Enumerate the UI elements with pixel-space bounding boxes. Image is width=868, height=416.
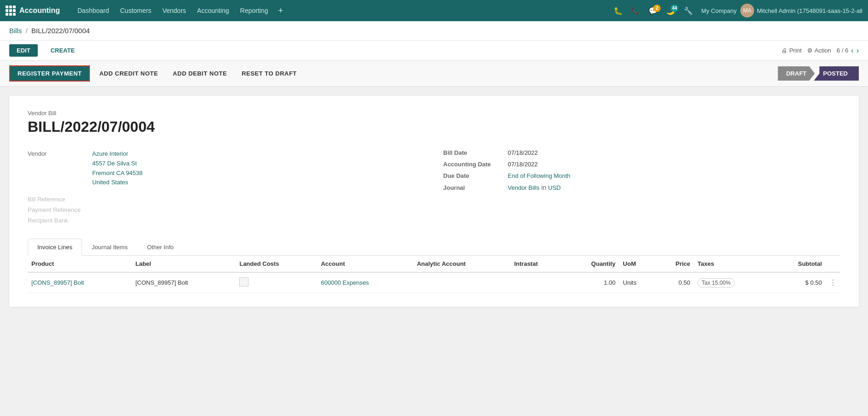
cell-price: 0.50: [655, 272, 694, 293]
pager-prev[interactable]: ‹: [851, 47, 853, 55]
table-row: [CONS_89957] Bolt [CONS_89957] Bolt 6000…: [28, 272, 840, 293]
cell-taxes: Tax 15.00%: [694, 272, 771, 293]
status-draft: DRAFT: [778, 66, 815, 81]
nav-accounting[interactable]: Accounting: [193, 0, 234, 21]
wrench-icon[interactable]: 🔧: [681, 5, 696, 17]
breadcrumb-separator: /: [26, 27, 28, 35]
breadcrumb-parent[interactable]: Bills: [9, 27, 22, 35]
add-debit-note-button[interactable]: ADD DEBIT NOTE: [167, 66, 233, 81]
vendor-label: Vendor: [28, 149, 92, 157]
nav-dashboard[interactable]: Dashboard: [73, 0, 114, 21]
payment-reference-label: Payment Reference: [28, 205, 92, 213]
cell-subtotal: $ 0.50: [771, 272, 826, 293]
chat-icon[interactable]: 💬 2: [646, 5, 661, 17]
vendor-address: Azure Interior 4557 De Silva St Fremont …: [92, 149, 142, 187]
pager-next[interactable]: ›: [856, 47, 859, 55]
bill-type-label: Vendor Bill: [28, 110, 840, 117]
phone-icon[interactable]: 📞: [628, 5, 643, 17]
col-analytic-account: Analytic Account: [413, 256, 510, 272]
tax-badge: Tax 15.00%: [697, 278, 735, 287]
payment-reference-field: Payment Reference: [28, 205, 434, 213]
accounting-date-value: 07/18/2022: [508, 161, 538, 168]
nav-customers[interactable]: Customers: [116, 0, 156, 21]
bill-reference-label: Bill Reference: [28, 195, 92, 203]
bill-date-value: 07/18/2022: [508, 149, 538, 156]
col-taxes: Taxes: [694, 256, 771, 272]
tab-invoice-lines[interactable]: Invoice Lines: [28, 239, 82, 256]
vendor-address-line2: Fremont CA 94538: [92, 169, 142, 178]
main-content: Vendor Bill BILL/2022/07/0004 Vendor Azu…: [0, 87, 868, 316]
due-date-field: Due Date End of Following Month: [443, 172, 841, 179]
due-date-label: Due Date: [443, 172, 508, 179]
bill-number: BILL/2022/07/0004: [28, 118, 840, 135]
nav-vendors[interactable]: Vendors: [158, 0, 190, 21]
journal-currency[interactable]: USD: [548, 184, 561, 191]
due-date-value[interactable]: End of Following Month: [508, 172, 571, 179]
vendor-address-line3: United States: [92, 178, 142, 187]
cell-quantity: 1.00: [564, 272, 619, 293]
user-name: Mitchell Admin (17548091-saas-15-2-all: [757, 7, 862, 14]
nav-reporting[interactable]: Reporting: [236, 0, 273, 21]
journal-in: in: [541, 184, 546, 191]
col-quantity: Quantity: [564, 256, 619, 272]
journal-label: Journal: [443, 184, 508, 191]
app-logo[interactable]: Accounting: [6, 6, 67, 16]
create-button[interactable]: CREATE: [43, 44, 82, 57]
journal-name[interactable]: Vendor Bills: [508, 184, 540, 191]
bill-date-field: Bill Date 07/18/2022: [443, 149, 841, 156]
accounting-date-field: Accounting Date 07/18/2022: [443, 161, 841, 168]
cell-product[interactable]: [CONS_89957] Bolt: [28, 272, 132, 293]
col-landed-costs: Landed Costs: [236, 256, 317, 272]
grid-icon: [6, 6, 16, 16]
printer-icon: 🖨: [781, 47, 787, 54]
tab-journal-items[interactable]: Journal Items: [82, 239, 137, 256]
status-posted: POSTED: [814, 66, 859, 81]
col-intrastat: Intrastat: [510, 256, 564, 272]
col-account: Account: [317, 256, 413, 272]
bill-card: Vendor Bill BILL/2022/07/0004 Vendor Azu…: [9, 96, 859, 307]
col-price: Price: [655, 256, 694, 272]
chat-badge: 2: [653, 5, 661, 12]
col-uom: UoM: [619, 256, 655, 272]
row-menu-icon[interactable]: ⋮: [829, 279, 837, 287]
invoice-table: Product Label Landed Costs Account Analy…: [28, 256, 840, 293]
print-button[interactable]: 🖨 Print: [781, 47, 802, 54]
vendor-address-line1: 4557 De Silva St: [92, 159, 142, 169]
col-label: Label: [132, 256, 236, 272]
moon-badge: 44: [671, 5, 678, 12]
tabs: Invoice Lines Journal Items Other Info: [28, 239, 840, 256]
edit-button[interactable]: EDIT: [9, 44, 38, 57]
reset-to-draft-button[interactable]: RESET TO DRAFT: [236, 66, 302, 81]
cell-label: [CONS_89957] Bolt: [132, 272, 236, 293]
action-bar: EDIT CREATE 🖨 Print ⚙ Action 6 / 6 ‹ ›: [0, 41, 868, 61]
cell-landed-costs[interactable]: [236, 272, 317, 293]
pager: 6 / 6 ‹ ›: [837, 47, 859, 55]
action-button[interactable]: ⚙ Action: [807, 47, 831, 54]
cell-account: 600000 Expenses: [317, 272, 413, 293]
cell-analytic-account: [413, 272, 510, 293]
gear-icon: ⚙: [807, 47, 813, 54]
vendor-name[interactable]: Azure Interior: [92, 149, 142, 159]
col-subtotal: Subtotal: [771, 256, 826, 272]
pager-text: 6 / 6: [837, 47, 848, 54]
register-payment-button[interactable]: REGISTER PAYMENT: [9, 65, 90, 82]
add-menu-button[interactable]: +: [275, 6, 287, 16]
bug-icon[interactable]: 🐛: [611, 5, 626, 17]
moon-icon[interactable]: 🌙 44: [663, 5, 678, 17]
company-selector[interactable]: My Company: [701, 7, 737, 14]
add-credit-note-button[interactable]: ADD CREDIT NOTE: [94, 66, 163, 81]
bill-date-label: Bill Date: [443, 149, 508, 156]
workflow-bar: REGISTER PAYMENT ADD CREDIT NOTE ADD DEB…: [0, 61, 868, 87]
journal-field: Journal Vendor Bills in USD: [443, 184, 841, 191]
app-name: Accounting: [19, 6, 60, 15]
avatar: MA: [740, 4, 754, 18]
landed-costs-checkbox[interactable]: [239, 277, 248, 287]
tab-other-info[interactable]: Other Info: [137, 239, 183, 256]
vendor-field: Vendor Azure Interior 4557 De Silva St F…: [28, 149, 434, 187]
breadcrumb: Bills / BILL/2022/07/0004: [0, 21, 868, 41]
accounting-date-label: Accounting Date: [443, 161, 508, 168]
recipient-bank-label: Recipient Bank: [28, 216, 92, 224]
recipient-bank-field: Recipient Bank: [28, 216, 434, 224]
user-menu[interactable]: MA Mitchell Admin (17548091-saas-15-2-al…: [740, 4, 862, 18]
cell-uom: Units: [619, 272, 655, 293]
